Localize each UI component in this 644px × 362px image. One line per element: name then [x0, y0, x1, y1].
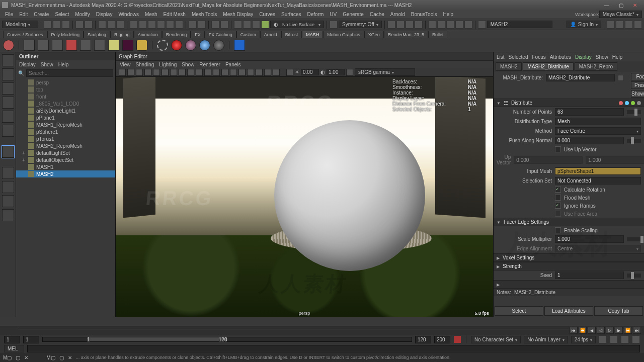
- toggle-channelbox-icon[interactable]: [634, 21, 642, 29]
- anim-start-field[interactable]: [4, 336, 20, 343]
- lasso-tool[interactable]: [2, 68, 14, 80]
- main-menu-windows[interactable]: Windows: [115, 12, 142, 17]
- single-perspective-layout[interactable]: [2, 167, 14, 179]
- push-along-normal-field[interactable]: [555, 137, 624, 144]
- ae-focus-icon[interactable]: [618, 75, 624, 81]
- playback-icon[interactable]: [455, 21, 463, 29]
- ae-menu-display[interactable]: Display: [575, 54, 592, 60]
- snap-curve-icon[interactable]: [139, 21, 147, 29]
- layout-4-icon[interactable]: [415, 21, 423, 29]
- seed-slider[interactable]: [627, 274, 641, 278]
- outliner-search-input[interactable]: [26, 69, 113, 77]
- outliner-item-_8605_var1_lod0[interactable]: _8605_Var1_LOD0: [16, 100, 115, 107]
- shelf-tab-sculpting[interactable]: Sculpting: [84, 31, 110, 38]
- vp-resolution-gate-icon[interactable]: [170, 69, 177, 76]
- live-surface-icon[interactable]: [189, 21, 197, 29]
- main-menu-mesh-tools[interactable]: Mesh Tools: [189, 12, 220, 17]
- mash-falloff-icon[interactable]: [52, 40, 63, 51]
- anim-layer-dropdown[interactable]: No Anim Layer: [524, 336, 568, 343]
- paint-select-tool[interactable]: [2, 82, 14, 95]
- anim-end-field[interactable]: [434, 336, 450, 343]
- ae-distribute-section[interactable]: ☷ Distribute: [494, 99, 644, 107]
- main-menu-arnold[interactable]: Arnold: [387, 12, 408, 17]
- snap-point-icon[interactable]: [148, 21, 156, 29]
- main-menu-cache[interactable]: Cache: [367, 12, 387, 17]
- cmd-language-dropdown[interactable]: MEL: [4, 345, 24, 352]
- playblast-icon[interactable]: [428, 21, 436, 29]
- character-set-dropdown[interactable]: No Character Set: [471, 336, 521, 343]
- toggle-outliner-icon[interactable]: [607, 21, 615, 29]
- last-tool[interactable]: [2, 146, 14, 158]
- vp-exposure-icon[interactable]: [286, 69, 293, 76]
- new-scene-icon[interactable]: [44, 21, 52, 29]
- shelf-tab-fx[interactable]: FX: [191, 31, 205, 38]
- open-scene-icon[interactable]: [53, 21, 61, 29]
- outliner-item-mash2[interactable]: MASH2: [16, 170, 115, 177]
- outliner-menu-show[interactable]: Show: [41, 62, 53, 67]
- shelf-tab-rigging[interactable]: Rigging: [110, 31, 134, 38]
- use-up-vector-checkbox[interactable]: [555, 146, 561, 152]
- vp-xray-icon[interactable]: [264, 69, 271, 76]
- main-menu-display[interactable]: Display: [93, 12, 116, 17]
- ae-menu-focus[interactable]: Focus: [532, 54, 545, 60]
- render-icon[interactable]: [234, 21, 242, 29]
- ignore-ramps-checkbox[interactable]: [555, 203, 561, 209]
- construction-history-icon[interactable]: [220, 21, 228, 29]
- main-menu-curves[interactable]: Curves: [256, 12, 278, 17]
- toggle-tool-settings-icon[interactable]: [625, 21, 633, 29]
- mash-cache-icon[interactable]: [38, 40, 49, 51]
- script-editor-toggle-icon[interactable]: M▢: [3, 355, 12, 360]
- main-menu-select[interactable]: Select: [52, 12, 72, 17]
- viewport-menu-renderer[interactable]: Renderer: [199, 62, 220, 67]
- number-of-points-slider[interactable]: [627, 110, 641, 114]
- mash-world-icon[interactable]: [122, 40, 133, 51]
- outliner-menu-help[interactable]: Help: [58, 62, 69, 67]
- outliner-item-mash2_repromesh[interactable]: MASH2_ReproMesh: [16, 142, 115, 149]
- shelf-tab-fx-caching[interactable]: FX Caching: [205, 31, 236, 38]
- mute-audio-icon[interactable]: [610, 335, 618, 343]
- mash-placer-icon[interactable]: [157, 40, 168, 51]
- ae-extra-section[interactable]: [494, 280, 644, 289]
- four-view-layout[interactable]: [2, 181, 14, 193]
- seed-field[interactable]: [555, 272, 624, 279]
- ae-menu-show[interactable]: Show: [596, 54, 608, 60]
- main-menu-file[interactable]: File: [2, 12, 16, 17]
- ae-obj-name-field[interactable]: [546, 74, 615, 81]
- live-surface-dropdown[interactable]: ◐ No Live Surface: [270, 21, 324, 28]
- mash-dynamics-icon[interactable]: [185, 40, 196, 51]
- ae-menu-attributes[interactable]: Attributes: [550, 54, 571, 60]
- vp-shadows-icon[interactable]: [247, 69, 254, 76]
- keyframe-icon[interactable]: [446, 21, 454, 29]
- selection-set-field[interactable]: Not Connected: [555, 177, 641, 185]
- number-of-points-field[interactable]: [555, 108, 624, 116]
- vp-film-gate-icon[interactable]: [162, 69, 169, 76]
- vp-2d-pan-icon[interactable]: [144, 69, 151, 76]
- select-mode-icon[interactable]: [98, 21, 106, 29]
- playback-fps-dropdown[interactable]: 24 fps: [571, 336, 596, 343]
- outliner-item-mash1[interactable]: MASH1: [16, 163, 115, 170]
- hypershade-icon[interactable]: [478, 21, 486, 29]
- playback-end-field[interactable]: [415, 336, 431, 343]
- vp-textured-icon[interactable]: [230, 69, 237, 76]
- ae-presets-button[interactable]: Presets: [631, 81, 644, 89]
- mash-constraint-icon[interactable]: [199, 40, 210, 51]
- main-menu-generate[interactable]: Generate: [340, 12, 367, 17]
- layout-1-icon[interactable]: [387, 21, 395, 29]
- shelf-tab-arnold[interactable]: Arnold: [260, 31, 281, 38]
- vp-shaded-icon[interactable]: [221, 69, 228, 76]
- outliner-item-mash1_repromesh[interactable]: MASH1_ReproMesh: [16, 121, 115, 128]
- vp-exposure-field[interactable]: [301, 69, 319, 75]
- ae-tab-mash2[interactable]: MASH2: [496, 62, 522, 71]
- mash-trails-icon[interactable]: [108, 40, 119, 51]
- main-menu-surfaces[interactable]: Surfaces: [278, 12, 304, 17]
- ae-select-button[interactable]: Select: [495, 306, 543, 316]
- previous-layout[interactable]: [2, 195, 14, 207]
- script-editor4-icon[interactable]: ▢: [59, 355, 64, 360]
- layout-3-icon[interactable]: [406, 21, 414, 29]
- main-menu-mesh[interactable]: Mesh: [142, 12, 160, 17]
- ae-tab-mash2_repro[interactable]: MASH2_Repro: [575, 62, 617, 71]
- mash-curve-icon[interactable]: [94, 40, 105, 51]
- viewport-menu-panels[interactable]: Panels: [225, 62, 241, 67]
- ae-tab-mash2_distribute[interactable]: MASH2_Distribute: [523, 62, 573, 71]
- sync-ts-icon[interactable]: [621, 335, 629, 343]
